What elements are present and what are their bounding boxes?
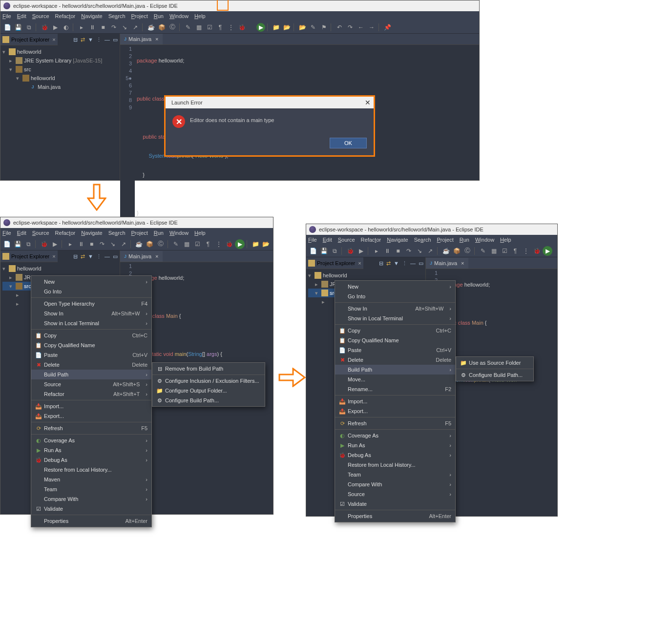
editor-tab[interactable]: JMain.java× — [120, 251, 163, 262]
ctx-import[interactable]: 📥Import... — [31, 401, 151, 411]
resume-icon[interactable]: ▸ — [77, 22, 86, 32]
ctx2-source[interactable]: Source› — [335, 489, 455, 499]
ctx-properties[interactable]: PropertiesAlt+Enter — [31, 516, 151, 526]
pin-icon[interactable]: 📌 — [382, 22, 392, 32]
toggle-icon[interactable]: ¶ — [215, 22, 225, 32]
project-explorer-tab[interactable]: Project Explorer × — [0, 34, 58, 45]
ctx2-export[interactable]: 📤Export... — [335, 406, 455, 416]
fwd-icon[interactable]: → — [367, 22, 377, 32]
ctx2-validate[interactable]: ☑Validate — [335, 499, 455, 509]
ctx2-debug-as[interactable]: 🐞Debug As› — [335, 450, 455, 460]
ctx-refactor[interactable]: RefactorAlt+Shift+T› — [31, 389, 151, 399]
ctx-show-in[interactable]: Show InAlt+Shift+W› — [31, 309, 151, 318]
ctx-build-path[interactable]: Build Path› — [31, 370, 151, 379]
ctx2-import[interactable]: 📥Import... — [335, 396, 455, 406]
step-over-icon[interactable]: ↷ — [109, 22, 119, 32]
run-button[interactable]: ▶ — [256, 23, 265, 32]
close-icon[interactable]: × — [52, 37, 55, 42]
highlight-icon[interactable]: ✎ — [308, 22, 318, 32]
ctx-paste[interactable]: 📄PasteCtrl+V — [31, 350, 151, 360]
collapse-all-icon[interactable]: ⊟ — [73, 37, 78, 43]
menu-edit[interactable]: Edit — [17, 13, 26, 19]
ctx-compare-with[interactable]: Compare With› — [31, 494, 151, 504]
run-icon[interactable]: ▶ — [50, 22, 60, 32]
menu-run[interactable]: Run — [154, 13, 164, 19]
link-icon[interactable]: ⇄ — [81, 37, 85, 43]
ctx2-rename[interactable]: Rename...F2 — [335, 384, 455, 394]
tree-project[interactable]: ▾helloworld — [2, 47, 118, 56]
ctx-coverage-as[interactable]: ◐Coverage As› — [31, 436, 151, 445]
ctx2-refresh[interactable]: ⟳RefreshF5 — [335, 418, 455, 428]
debug-icon[interactable]: 🐞 — [40, 22, 49, 32]
save-icon[interactable]: 💾 — [13, 22, 23, 32]
close-icon[interactable]: × — [155, 36, 158, 42]
wand-icon[interactable]: ✎ — [183, 22, 193, 32]
ctx-open-type-hierarchy[interactable]: Open Type HierarchyF4 — [31, 299, 151, 309]
menu-bar[interactable]: FileEditSourceRefactorNavigateSearchProj… — [0, 228, 273, 238]
tree-src[interactable]: ▾src — [2, 65, 118, 74]
back-icon[interactable]: ← — [356, 22, 366, 32]
editor-tab[interactable]: J Main.java × — [120, 34, 163, 44]
stop-icon[interactable]: ■ — [98, 22, 108, 32]
filter-icon[interactable]: ⋮ — [226, 22, 236, 32]
ctx-export[interactable]: 📤Export... — [31, 411, 151, 421]
ctx-restore-local[interactable]: Restore from Local History... — [31, 465, 151, 475]
ctx-delete[interactable]: ✖DeleteDelete — [31, 360, 151, 370]
close-icon[interactable]: ✕ — [365, 99, 371, 106]
view-menu-icon[interactable]: ⋮ — [96, 37, 102, 43]
tree-file[interactable]: JMain.java — [2, 83, 118, 91]
menu-bar[interactable]: FileEditSourceRefactorNavigateSearchProj… — [306, 235, 557, 245]
ctx2-delete[interactable]: ✖DeleteDelete — [335, 355, 455, 365]
save-all-icon[interactable]: ⧉ — [24, 22, 34, 32]
project-tree[interactable]: ▾helloworld ▸JRE System Library [JavaSE-… — [0, 45, 120, 93]
ctx2-copy[interactable]: 📋CopyCtrl+C — [335, 326, 455, 335]
context-menu-src[interactable]: New› Go Into Open Type HierarchyF4 Show … — [31, 275, 152, 527]
ctx2-run-as[interactable]: ▶Run As› — [335, 440, 455, 450]
ctx2-restore-local[interactable]: Restore from Local History... — [335, 460, 455, 470]
block-icon[interactable]: ▦ — [194, 22, 204, 32]
ctx-maven[interactable]: Maven› — [31, 475, 151, 484]
new-icon[interactable]: 📄 — [2, 22, 12, 32]
ext2-icon[interactable]: 📂 — [282, 22, 292, 32]
task-icon[interactable]: ☑ — [205, 22, 214, 32]
ctx2-properties[interactable]: PropertiesAlt+Enter — [335, 511, 455, 521]
ctx-go-into[interactable]: Go Into — [31, 287, 151, 296]
prev-ann-icon[interactable]: ↶ — [335, 22, 344, 32]
menu-window[interactable]: Window — [169, 13, 189, 19]
ctx2-show-in[interactable]: Show InAlt+Shift+W› — [335, 304, 455, 313]
new-class-icon[interactable]: Ⓒ — [168, 22, 177, 32]
pause-icon[interactable]: ⏸ — [87, 22, 97, 32]
project-explorer-tab[interactable]: Project Explorer× — [306, 257, 363, 269]
max-icon[interactable]: ▭ — [113, 37, 118, 43]
menu-file[interactable]: File — [2, 13, 11, 19]
tree-pkg[interactable]: ▾helloworld — [2, 74, 118, 83]
menu-search[interactable]: Search — [108, 13, 126, 19]
coverage-icon[interactable]: ◐ — [61, 22, 71, 32]
sub-cfg-build-path[interactable]: ⚙Configure Build Path... — [152, 395, 265, 405]
menu-bar[interactable]: File Edit Source Refactor Navigate Searc… — [0, 11, 479, 21]
editor-tab[interactable]: JMain.java× — [426, 258, 468, 269]
ctx-validate[interactable]: ☑Validate — [31, 504, 151, 514]
ctx-new[interactable]: New› — [31, 277, 151, 287]
step-out-icon[interactable]: ↗ — [130, 22, 140, 32]
debug-run-icon[interactable]: 🐞 — [237, 22, 247, 32]
new-java-icon[interactable]: ☕ — [146, 22, 156, 32]
build-path-submenu-2[interactable]: 📁Use as Source Folder ⚙Configure Build P… — [456, 356, 534, 381]
sub-cfg-output[interactable]: 📁Configure Output Folder... — [152, 386, 265, 395]
ctx-debug-as[interactable]: 🐞Debug As› — [31, 455, 151, 465]
ctx2-new[interactable]: New› — [335, 282, 455, 291]
ctx2-move[interactable]: Move... — [335, 374, 455, 384]
menu-project[interactable]: Project — [131, 13, 148, 19]
ok-button[interactable]: OK — [330, 138, 367, 148]
sub-remove-build-path[interactable]: ⊟Remove from Build Path — [152, 364, 265, 374]
ctx-refresh[interactable]: ⟳RefreshF5 — [31, 423, 151, 433]
ctx2-paste[interactable]: 📄PasteCtrl+V — [335, 345, 455, 355]
ctx2-copy-qualified[interactable]: 📋Copy Qualified Name — [335, 335, 455, 345]
ctx2-go-into[interactable]: Go Into — [335, 291, 455, 301]
ctx-show-local-terminal[interactable]: Show in Local Terminal› — [31, 318, 151, 328]
context-menu-folder[interactable]: New› Go Into Show InAlt+Shift+W› Show in… — [335, 280, 456, 522]
ctx2-build-path[interactable]: Build Path› — [335, 365, 455, 374]
sub2-cfg-build-path[interactable]: ⚙Configure Build Path... — [456, 370, 533, 380]
menu-navigate[interactable]: Navigate — [81, 13, 102, 19]
open-icon[interactable]: 📂 — [297, 22, 307, 32]
